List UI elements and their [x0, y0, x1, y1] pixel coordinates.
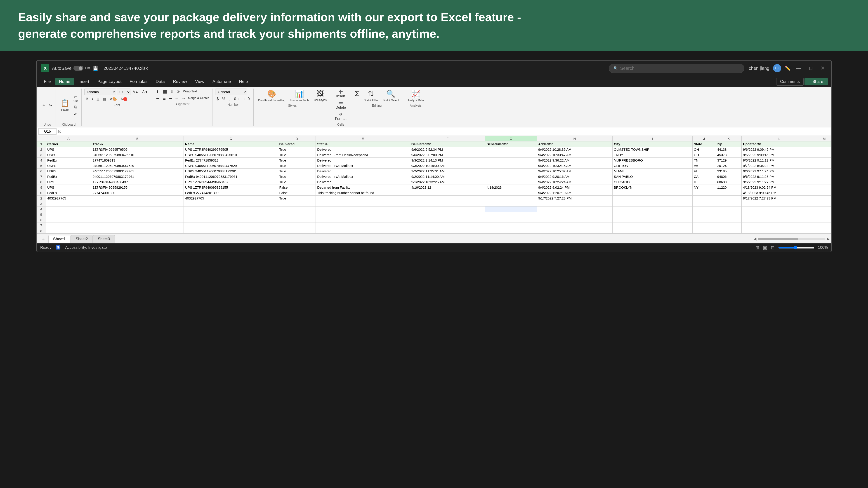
zoom-slider[interactable] — [778, 246, 814, 250]
col-header-f[interactable]: F — [410, 136, 485, 141]
percent-button[interactable]: % — [221, 96, 226, 102]
cell-l1[interactable]: UpdatedOn — [741, 141, 817, 147]
cell-e9[interactable]: Departed from Facility — [316, 185, 410, 190]
cell-i4[interactable]: MURFREESBORO — [612, 158, 692, 163]
normal-view-button[interactable]: ⊞ — [755, 245, 759, 250]
cell-g15[interactable] — [485, 217, 537, 223]
cell-h7[interactable]: 9/4/2022 9:20:16 AM — [537, 174, 613, 179]
cell-m9[interactable] — [817, 185, 831, 190]
menu-data[interactable]: Data — [152, 78, 168, 86]
cell-i8[interactable]: CHICAGO — [612, 179, 692, 185]
comments-button[interactable]: Comments — [776, 78, 804, 86]
cell-l13[interactable] — [741, 206, 817, 212]
cell-i11[interactable] — [612, 195, 692, 201]
sheet-tab-sheet2[interactable]: Sheet2 — [71, 235, 93, 242]
cell-b5[interactable]: 9405511206079883447629 — [91, 163, 184, 168]
col-header-g[interactable]: G — [485, 136, 537, 141]
cell-g13[interactable] — [485, 206, 537, 212]
cell-a17[interactable] — [46, 228, 91, 233]
cell-k9[interactable]: 11220 — [716, 185, 741, 190]
cell-c16[interactable] — [184, 223, 278, 228]
cell-h15[interactable] — [537, 217, 613, 223]
cell-g3[interactable] — [485, 152, 537, 158]
comma-button[interactable]: , — [227, 96, 231, 102]
cell-b14[interactable] — [91, 212, 184, 217]
cell-j11[interactable] — [692, 195, 716, 201]
cell-e15[interactable] — [316, 217, 410, 223]
cell-a10[interactable]: FedEx — [46, 190, 91, 195]
cell-h11[interactable]: 9/17/2022 7:27:23 PM — [537, 195, 613, 201]
row-header-5[interactable]: 5 — [37, 163, 46, 168]
cell-h8[interactable]: 9/4/2022 10:24:24 AM — [537, 179, 613, 185]
cell-b8[interactable]: 1Z7R3F94A490468437 — [91, 179, 184, 185]
cell-l7[interactable]: 9/6/2022 9:11:28 PM — [741, 174, 817, 179]
cell-reference-box[interactable] — [38, 128, 57, 135]
menu-help[interactable]: Help — [235, 78, 251, 86]
cell-g6[interactable] — [485, 168, 537, 174]
cell-g17[interactable] — [485, 228, 537, 233]
formula-func-icon[interactable]: fx — [58, 129, 61, 133]
format-painter-button[interactable]: 🖌 — [72, 111, 79, 117]
cell-k13[interactable] — [716, 206, 741, 212]
col-header-b[interactable]: B — [91, 136, 184, 141]
cell-f2[interactable]: 9/6/2022 5:52:34 PM — [410, 147, 485, 152]
cell-j14[interactable] — [692, 212, 716, 217]
cell-a1[interactable]: Carrier — [46, 141, 91, 147]
cell-k16[interactable] — [716, 223, 741, 228]
cell-j8[interactable]: IL — [692, 179, 716, 185]
cell-k1[interactable]: Zip — [716, 141, 741, 147]
decrease-decimal-button[interactable]: ←.0 — [242, 96, 251, 102]
font-color-button[interactable]: A🔴 — [119, 96, 129, 102]
align-right-button[interactable]: ➡ — [168, 95, 174, 101]
cell-i12[interactable] — [612, 201, 692, 206]
col-header-d[interactable]: D — [278, 136, 316, 141]
cell-m17[interactable] — [817, 228, 831, 233]
cell-g8[interactable] — [485, 179, 537, 185]
cell-b12[interactable] — [91, 201, 184, 206]
row-header-17[interactable]: 8 — [37, 228, 46, 233]
cell-j6[interactable]: FL — [692, 168, 716, 174]
cell-d13[interactable] — [278, 206, 316, 212]
cell-e11[interactable] — [316, 195, 410, 201]
orientation-button[interactable]: ⟳ — [176, 89, 181, 95]
row-header-15[interactable]: 6 — [37, 217, 46, 223]
cell-l4[interactable]: 9/6/2022 9:11:12 PM — [741, 158, 817, 163]
share-button[interactable]: ↑ Share — [804, 78, 828, 86]
cell-d5[interactable]: True — [278, 163, 316, 168]
cell-m6[interactable] — [817, 168, 831, 174]
cell-i10[interactable] — [612, 190, 692, 195]
cell-a3[interactable]: USPS — [46, 152, 91, 158]
delete-cells-button[interactable]: ➖ Delete — [334, 100, 348, 110]
col-header-l[interactable]: L — [741, 136, 817, 141]
cell-h5[interactable]: 9/4/2022 10:32:15 AM — [537, 163, 613, 168]
col-header-a[interactable]: A — [46, 136, 91, 141]
cell-m5[interactable] — [817, 163, 831, 168]
cell-c1[interactable]: Name — [184, 141, 278, 147]
cell-h13[interactable] — [537, 206, 613, 212]
cell-f12[interactable] — [410, 201, 485, 206]
cell-c10[interactable]: FedEx 277474301390 — [184, 190, 278, 195]
cell-a7[interactable]: FedEx — [46, 174, 91, 179]
cell-a9[interactable]: UPS — [46, 185, 91, 190]
border-button[interactable]: ▦ — [101, 96, 107, 102]
cell-e12[interactable] — [316, 201, 410, 206]
cell-j5[interactable]: VA — [692, 163, 716, 168]
currency-button[interactable]: $ — [215, 96, 220, 102]
cell-b11[interactable] — [91, 195, 184, 201]
col-header-m[interactable]: M — [817, 136, 831, 141]
cell-l8[interactable]: 9/6/2022 9:11:27 PM — [741, 179, 817, 185]
cell-i6[interactable]: MIAMI — [612, 168, 692, 174]
cell-d6[interactable]: True — [278, 168, 316, 174]
cell-d14[interactable] — [278, 212, 316, 217]
cell-a5[interactable]: USPS — [46, 163, 91, 168]
row-header-3[interactable]: 3 — [37, 152, 46, 158]
menu-review[interactable]: Review — [169, 78, 191, 86]
cell-l16[interactable] — [741, 223, 817, 228]
col-header-k[interactable]: K — [716, 136, 741, 141]
cell-k3[interactable]: 45373 — [716, 152, 741, 158]
cell-f3[interactable]: 9/6/2022 3:07:00 PM — [410, 152, 485, 158]
indent-decrease-button[interactable]: ⇐ — [174, 95, 180, 101]
align-top-button[interactable]: ⬆ — [155, 89, 160, 95]
cell-g2[interactable] — [485, 147, 537, 152]
indent-increase-button[interactable]: ⇒ — [180, 95, 186, 101]
